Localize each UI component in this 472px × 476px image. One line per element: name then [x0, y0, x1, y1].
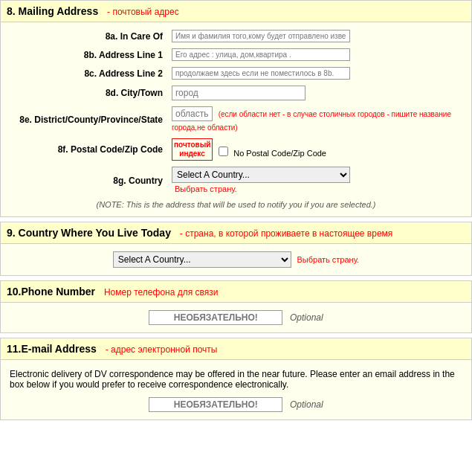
address2-cell — [167, 64, 468, 83]
section-8-subtitle: - почтовый адрес — [107, 7, 179, 17]
section-9-table: Select A Country... Выбрать страну. — [4, 248, 468, 271]
address2-label: 8c. Address Line 2 — [4, 64, 167, 83]
section-11-email-cell: Optional — [4, 394, 468, 415]
section-11: 11.E-mail Address - адрес электронной по… — [0, 338, 472, 420]
section-10-phone-cell: Optional — [4, 307, 468, 328]
in-care-of-cell — [167, 27, 468, 45]
note-row: (NOTE: This is the address that will be … — [4, 197, 468, 212]
section-9-header: 9. Country Where You Live Today - страна… — [1, 222, 471, 244]
section-11-info: Electronic delivery of DV correspondence… — [4, 364, 468, 394]
section-9-vyb-label: Выбрать страну. — [297, 255, 359, 264]
section-8-table: 8a. In Care Of 8b. Address Line 1 8c. Ad… — [4, 27, 468, 212]
section-11-subtitle: - адрес электронной почты — [106, 344, 218, 355]
no-postal-label: No Postal Code/Zip Code — [233, 149, 326, 158]
section-10: 10.Phone Number Номер телефона для связи… — [0, 280, 472, 333]
city-label: 8d. City/Town — [4, 83, 167, 103]
address2-row: 8c. Address Line 2 — [4, 64, 468, 83]
address1-input[interactable] — [172, 48, 350, 61]
section-11-email-row: Optional — [4, 394, 468, 415]
city-row: 8d. City/Town — [4, 83, 468, 103]
district-label: 8e. District/County/Province/State — [4, 103, 167, 135]
address1-cell — [167, 45, 468, 64]
section-10-body: Optional — [1, 303, 471, 332]
country-select[interactable]: Select A Country... — [172, 167, 350, 183]
section-8-header: 8. Mailing Address - почтовый адрес — [1, 1, 471, 22]
email-input[interactable] — [149, 397, 282, 412]
postal-cell: почтовый индекс No Postal Code/Zip Code — [167, 135, 468, 164]
section-10-table: Optional — [4, 307, 468, 328]
in-care-of-label: 8a. In Care Of — [4, 27, 167, 45]
postal-row: 8f. Postal Code/Zip Code почтовый индекс… — [4, 135, 468, 164]
section-10-title: 10.Phone Number — [7, 286, 95, 298]
district-input[interactable] — [172, 106, 213, 121]
address1-label: 8b. Address Line 1 — [4, 45, 167, 64]
section-9-subtitle: - страна, в которой проживаете в настоящ… — [180, 228, 393, 239]
district-cell: (если области нет - в случае столичных г… — [167, 103, 468, 135]
section-11-body: Electronic delivery of DV correspondence… — [1, 360, 471, 419]
country-row: 8g. Country Select A Country... Выбрать … — [4, 164, 468, 197]
in-care-of-input[interactable] — [172, 30, 350, 42]
section-9-body: Select A Country... Выбрать страну. — [1, 244, 471, 275]
section-8-body: 8a. In Care Of 8b. Address Line 1 8c. Ad… — [1, 22, 471, 216]
section-10-header: 10.Phone Number Номер телефона для связи — [1, 281, 471, 303]
in-care-of-row: 8a. In Care Of — [4, 27, 468, 45]
no-postal-checkbox[interactable] — [219, 147, 228, 156]
section-8: 8. Mailing Address - почтовый адрес 8a. … — [0, 0, 472, 217]
city-cell — [167, 83, 468, 103]
country-cell: Select A Country... Выбрать страну. — [167, 164, 468, 197]
postal-label: 8f. Postal Code/Zip Code — [4, 135, 167, 164]
section-9-country-cell: Select A Country... Выбрать страну. — [4, 248, 468, 271]
section-11-table: Optional — [4, 394, 468, 415]
section-8-title: 8. Mailing Address — [7, 5, 98, 17]
postal-box-label: почтовый индекс — [172, 138, 213, 161]
address2-input[interactable] — [172, 67, 350, 80]
city-input[interactable] — [172, 86, 305, 100]
note-text: (NOTE: This is the address that will be … — [4, 197, 468, 212]
section-9-country-row: Select A Country... Выбрать страну. — [4, 248, 468, 271]
country-label: 8g. Country — [4, 164, 167, 197]
district-note: (если области нет - в случае столичных г… — [172, 110, 451, 132]
phone-optional-label: Optional — [290, 312, 323, 323]
section-11-title: 11.E-mail Address — [7, 343, 97, 355]
vyb-country-label: Выбрать страну. — [175, 184, 237, 193]
email-optional-label: Optional — [290, 399, 323, 410]
address1-row: 8b. Address Line 1 — [4, 45, 468, 64]
section-9-title: 9. Country Where You Live Today — [7, 227, 171, 239]
section-11-header: 11.E-mail Address - адрес электронной по… — [1, 338, 471, 360]
section-9-country-select[interactable]: Select A Country... — [113, 251, 291, 268]
phone-input[interactable] — [149, 310, 282, 325]
section-10-phone-row: Optional — [4, 307, 468, 328]
section-10-subtitle: Номер телефона для связи — [104, 287, 219, 298]
section-9: 9. Country Where You Live Today - страна… — [0, 222, 472, 276]
district-row: 8e. District/County/Province/State (если… — [4, 103, 468, 135]
